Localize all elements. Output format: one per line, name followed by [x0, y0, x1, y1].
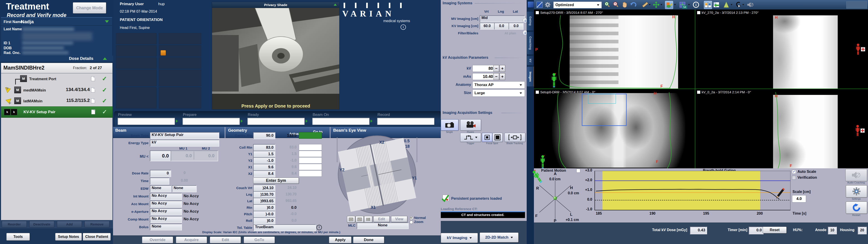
field-row-medmamsin[interactable]: M medMAMsin 134.4/134.4 ✓ — [1, 85, 112, 96]
int-mount-plan-field[interactable]: No Accy — [150, 193, 182, 200]
couch-lng-plan-field[interactable]: )130.70 — [253, 191, 275, 198]
focal-spot-small-button[interactable] — [482, 133, 492, 142]
enter-sym-button[interactable]: Enter Sym — [253, 178, 299, 184]
change-mode-button[interactable]: Change Mode — [73, 2, 106, 13]
layout-icon[interactable] — [536, 1, 544, 8]
tab-coaching[interactable]: Coaching — [527, 32, 534, 55]
y2-plan-field[interactable]: -1.0 — [253, 157, 275, 164]
field-notes-icon[interactable] — [91, 88, 95, 92]
image-viewport-kv0[interactable]: kV_0_2a - 3/7/2014 2:14 PM - 0° H F — [695, 89, 868, 168]
dual-image-layout-icon[interactable] — [704, 1, 712, 9]
ruler-dropdown-icon[interactable] — [649, 4, 651, 5]
beam-type-field[interactable]: KV-KV Setup Pair — [150, 132, 219, 139]
mas-plus-button[interactable]: + — [500, 73, 505, 80]
energy-type-field[interactable]: kV — [150, 140, 219, 147]
anatomy-select[interactable]: Thorax AP — [472, 81, 525, 89]
apply-button[interactable]: Apply — [329, 237, 351, 243]
kv-input[interactable]: 80 — [472, 65, 495, 72]
zoom-in-icon[interactable] — [603, 1, 611, 8]
x1-goto-field[interactable] — [299, 164, 322, 170]
single-mode-button[interactable] — [441, 119, 458, 130]
image-select-box[interactable] — [697, 11, 700, 14]
restart-button[interactable] — [846, 202, 867, 214]
kv-plus-button[interactable]: + — [500, 65, 505, 72]
bev-zoom-radio[interactable] — [410, 220, 413, 224]
image-viewport-setup270-drr[interactable]: Setup270-DRR - 3/5/2014 8:07 AM - 270° P… — [534, 9, 695, 89]
setup-notes-button[interactable]: Setup Notes — [55, 233, 82, 241]
bev-edit-button[interactable]: Edit — [373, 216, 390, 222]
bev-port-display[interactable] — [334, 135, 420, 216]
goto-button[interactable]: GoTo — [244, 237, 275, 243]
image-viewport-kv270[interactable]: kV_270_2a - 3/7/2014 2:13 PM - 270° H — [695, 9, 868, 89]
auto-scale-checkbox[interactable]: ✓ — [792, 170, 796, 174]
import-reference-icon[interactable] — [712, 1, 720, 8]
field-notes-icon[interactable] — [91, 77, 95, 81]
add-button[interactable]: Add — [57, 221, 82, 227]
viewer-settings-gear-icon[interactable] — [544, 1, 552, 8]
coll-goto-field[interactable] — [299, 144, 322, 150]
bev-port-graphy-button[interactable] — [355, 216, 364, 222]
patient-expand-icon[interactable] — [105, 20, 109, 23]
time-plan-field[interactable] — [150, 178, 169, 185]
couch-rtn-plan-field[interactable]: )0.0 — [253, 204, 275, 211]
bev-port-film-button[interactable] — [347, 216, 355, 222]
timer-reset-button[interactable]: Reset — [763, 226, 786, 233]
cone-dropdown-icon[interactable] — [731, 4, 733, 5]
kv-minus-button[interactable]: − — [493, 65, 499, 72]
image-viewport-setup0-drr[interactable]: Setup0-DRR - 3/5/2014 8:07 AM - 0° H F — [534, 89, 695, 168]
tools-button[interactable]: Tools — [6, 233, 30, 241]
acc-mount-plan-field[interactable]: No Accy — [150, 201, 182, 208]
couch-vrt-plan-field[interactable]: )24.10 — [253, 185, 275, 191]
field-notes-icon[interactable] — [91, 110, 95, 114]
edw-plan-field[interactable]: None — [150, 185, 172, 192]
privacy-shade-bar[interactable]: Privacy Shade — [212, 2, 339, 8]
reorder-button[interactable]: Reorder — [2, 221, 27, 227]
y2-goto-field[interactable] — [299, 157, 322, 163]
save-icon[interactable] — [528, 1, 534, 8]
pan-hand-icon[interactable] — [621, 1, 628, 8]
cone-view-icon[interactable] — [722, 1, 730, 8]
preset-dropdown-icon[interactable] — [597, 4, 599, 6]
measure-ruler-icon[interactable] — [641, 1, 649, 8]
comp-mount-plan-field[interactable]: No Accy — [150, 216, 182, 223]
size-select[interactable]: Large — [472, 89, 525, 97]
trigger-mode-button[interactable] — [460, 133, 481, 142]
match-mode-button[interactable]: 2D-2D Match — [480, 233, 519, 242]
coll-plan-field[interactable]: 83.0 — [253, 144, 275, 151]
override-button[interactable]: Override — [142, 237, 173, 243]
bev-view-button[interactable]: View — [391, 216, 407, 222]
axes-crosshair-icon[interactable] — [652, 1, 660, 8]
edit-button[interactable]: Edit — [210, 237, 241, 243]
graticule-dropdown-icon[interactable] — [688, 4, 690, 5]
x2-plan-field[interactable]: 8.4 — [253, 170, 275, 177]
rotate-dropdown-icon[interactable] — [742, 4, 744, 5]
couch-roll-plan-field[interactable]: )0.0 — [253, 217, 275, 224]
varian-info-icon[interactable]: i — [401, 24, 406, 30]
bev-port-leaves-button[interactable] — [364, 216, 372, 222]
bev-normal-radio[interactable] — [410, 216, 413, 220]
fluoro-mode-button[interactable] — [460, 119, 481, 130]
y1-goto-field[interactable] — [299, 151, 322, 157]
tab-kv[interactable]: kV — [527, 56, 534, 65]
audio-coaching-button[interactable] — [845, 169, 867, 181]
size-dropdown-icon[interactable] — [520, 92, 522, 94]
dose-details-bar[interactable]: Dose Details — [0, 56, 113, 62]
deactivate-button[interactable]: Deactivate — [29, 221, 54, 227]
field-notes-icon[interactable] — [91, 98, 95, 103]
kv-imaging-mode-button[interactable]: kV Imaging — [441, 233, 478, 243]
gating-settings-button[interactable] — [846, 185, 867, 197]
trigger-dropdown-icon[interactable] — [475, 137, 477, 138]
dose-rate-plan-field[interactable]: 0 — [150, 170, 171, 177]
structures-overlay-icon[interactable] — [665, 1, 673, 9]
field-row-kv-kv-setup-pair-selected[interactable]: k k KV-KV Setup Pair ✓ — [1, 106, 113, 118]
x2-goto-field[interactable] — [299, 170, 322, 177]
match-dropdown-icon[interactable] — [510, 237, 513, 238]
field-row-treatment-port[interactable]: M Treatment Port ✓ — [1, 74, 112, 85]
tab-images[interactable]: Images — [527, 66, 534, 87]
tab-gating[interactable]: Gating — [527, 11, 534, 31]
gantry-goto-field[interactable] — [299, 132, 322, 139]
zoom-out-icon[interactable] — [612, 1, 620, 8]
bolus-plan-field[interactable]: None — [150, 224, 182, 231]
e-aperture-plan-field[interactable]: No Accy — [150, 208, 182, 215]
structures-dropdown-icon[interactable] — [674, 4, 676, 5]
